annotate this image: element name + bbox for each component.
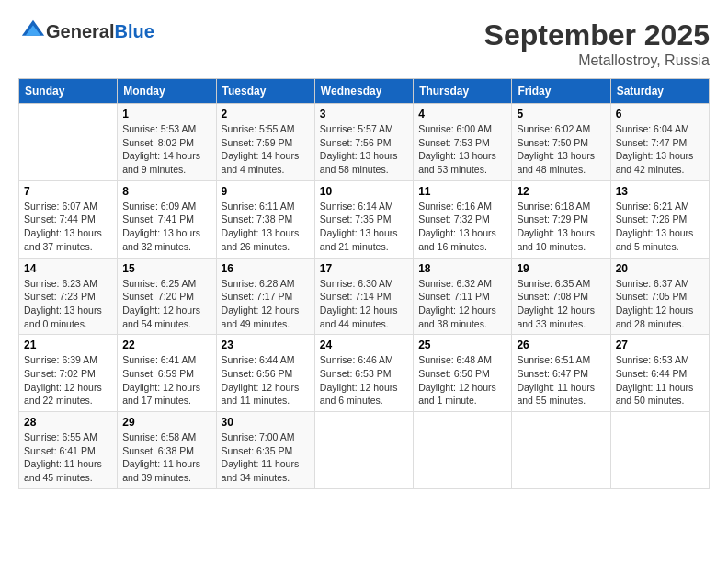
day-info: Sunrise: 5:57 AM Sunset: 7:56 PM Dayligh… bbox=[320, 122, 408, 177]
calendar-cell bbox=[314, 412, 413, 489]
column-header-thursday: Thursday bbox=[414, 79, 512, 104]
calendar-table: SundayMondayTuesdayWednesdayThursdayFrid… bbox=[18, 78, 710, 489]
day-number: 26 bbox=[517, 339, 605, 351]
day-info: Sunrise: 6:41 AM Sunset: 6:59 PM Dayligh… bbox=[122, 353, 210, 408]
day-info: Sunrise: 5:53 AM Sunset: 8:02 PM Dayligh… bbox=[122, 122, 210, 177]
column-header-friday: Friday bbox=[512, 79, 610, 104]
day-number: 25 bbox=[418, 339, 506, 351]
column-header-wednesday: Wednesday bbox=[314, 79, 413, 104]
calendar-week-row: 28Sunrise: 6:55 AM Sunset: 6:41 PM Dayli… bbox=[19, 412, 710, 489]
calendar-cell bbox=[610, 412, 709, 489]
calendar-cell: 19Sunrise: 6:35 AM Sunset: 7:08 PM Dayli… bbox=[512, 258, 610, 335]
calendar-cell: 6Sunrise: 6:04 AM Sunset: 7:47 PM Daylig… bbox=[610, 104, 709, 181]
calendar-cell: 12Sunrise: 6:18 AM Sunset: 7:29 PM Dayli… bbox=[512, 180, 610, 258]
calendar-cell: 9Sunrise: 6:11 AM Sunset: 7:38 PM Daylig… bbox=[216, 180, 314, 258]
day-info: Sunrise: 6:37 AM Sunset: 7:05 PM Dayligh… bbox=[616, 277, 704, 331]
day-info: Sunrise: 6:04 AM Sunset: 7:47 PM Dayligh… bbox=[616, 122, 704, 177]
day-info: Sunrise: 6:32 AM Sunset: 7:11 PM Dayligh… bbox=[418, 277, 506, 331]
title-block: September 2025 Metallostroy, Russia bbox=[484, 18, 710, 69]
calendar-week-row: 1Sunrise: 5:53 AM Sunset: 8:02 PM Daylig… bbox=[19, 104, 710, 181]
day-number: 12 bbox=[517, 185, 605, 198]
day-number: 13 bbox=[616, 185, 704, 198]
day-number: 21 bbox=[24, 339, 112, 351]
day-number: 14 bbox=[24, 262, 112, 275]
day-number: 7 bbox=[24, 185, 112, 198]
day-info: Sunrise: 6:55 AM Sunset: 6:41 PM Dayligh… bbox=[24, 431, 112, 485]
column-header-monday: Monday bbox=[118, 79, 216, 104]
day-info: Sunrise: 6:48 AM Sunset: 6:50 PM Dayligh… bbox=[418, 353, 506, 408]
day-number: 8 bbox=[122, 185, 210, 198]
calendar-cell: 22Sunrise: 6:41 AM Sunset: 6:59 PM Dayli… bbox=[118, 335, 216, 412]
logo-text: GeneralBlue bbox=[46, 21, 154, 42]
calendar-cell bbox=[19, 104, 118, 181]
column-header-sunday: Sunday bbox=[19, 79, 118, 104]
day-number: 27 bbox=[616, 339, 704, 351]
day-number: 15 bbox=[122, 262, 210, 275]
day-info: Sunrise: 6:51 AM Sunset: 6:47 PM Dayligh… bbox=[517, 353, 605, 408]
day-number: 17 bbox=[320, 262, 408, 275]
day-number: 11 bbox=[418, 185, 506, 198]
calendar-cell: 7Sunrise: 6:07 AM Sunset: 7:44 PM Daylig… bbox=[19, 180, 118, 258]
calendar-cell bbox=[512, 412, 610, 489]
day-number: 9 bbox=[222, 185, 310, 198]
day-info: Sunrise: 5:55 AM Sunset: 7:59 PM Dayligh… bbox=[222, 122, 310, 177]
day-number: 19 bbox=[517, 262, 605, 275]
day-info: Sunrise: 6:25 AM Sunset: 7:20 PM Dayligh… bbox=[122, 277, 210, 331]
day-info: Sunrise: 6:07 AM Sunset: 7:44 PM Dayligh… bbox=[24, 200, 112, 254]
calendar-week-row: 14Sunrise: 6:23 AM Sunset: 7:23 PM Dayli… bbox=[19, 258, 710, 335]
calendar-cell: 2Sunrise: 5:55 AM Sunset: 7:59 PM Daylig… bbox=[216, 104, 314, 181]
day-info: Sunrise: 6:18 AM Sunset: 7:29 PM Dayligh… bbox=[517, 200, 605, 254]
calendar-cell: 1Sunrise: 5:53 AM Sunset: 8:02 PM Daylig… bbox=[118, 104, 216, 181]
day-number: 23 bbox=[222, 339, 310, 351]
calendar-week-row: 21Sunrise: 6:39 AM Sunset: 7:02 PM Dayli… bbox=[19, 335, 710, 412]
calendar-cell: 13Sunrise: 6:21 AM Sunset: 7:26 PM Dayli… bbox=[610, 180, 709, 258]
calendar-cell: 4Sunrise: 6:00 AM Sunset: 7:53 PM Daylig… bbox=[414, 104, 512, 181]
day-number: 3 bbox=[320, 108, 408, 121]
calendar-cell: 30Sunrise: 7:00 AM Sunset: 6:35 PM Dayli… bbox=[216, 412, 314, 489]
day-number: 1 bbox=[122, 108, 210, 121]
calendar-cell: 11Sunrise: 6:16 AM Sunset: 7:32 PM Dayli… bbox=[414, 180, 512, 258]
calendar-cell: 24Sunrise: 6:46 AM Sunset: 6:53 PM Dayli… bbox=[314, 335, 413, 412]
calendar-cell: 16Sunrise: 6:28 AM Sunset: 7:17 PM Dayli… bbox=[216, 258, 314, 335]
calendar-cell bbox=[414, 412, 512, 489]
day-info: Sunrise: 6:11 AM Sunset: 7:38 PM Dayligh… bbox=[222, 200, 310, 254]
day-info: Sunrise: 6:39 AM Sunset: 7:02 PM Dayligh… bbox=[24, 353, 112, 408]
calendar-week-row: 7Sunrise: 6:07 AM Sunset: 7:44 PM Daylig… bbox=[19, 180, 710, 258]
day-info: Sunrise: 6:23 AM Sunset: 7:23 PM Dayligh… bbox=[24, 277, 112, 331]
day-info: Sunrise: 6:35 AM Sunset: 7:08 PM Dayligh… bbox=[517, 277, 605, 331]
calendar-cell: 26Sunrise: 6:51 AM Sunset: 6:47 PM Dayli… bbox=[512, 335, 610, 412]
calendar-cell: 3Sunrise: 5:57 AM Sunset: 7:56 PM Daylig… bbox=[314, 104, 413, 181]
day-number: 30 bbox=[222, 416, 310, 429]
day-info: Sunrise: 6:14 AM Sunset: 7:35 PM Dayligh… bbox=[320, 200, 408, 254]
calendar-cell: 25Sunrise: 6:48 AM Sunset: 6:50 PM Dayli… bbox=[414, 335, 512, 412]
calendar-cell: 23Sunrise: 6:44 AM Sunset: 6:56 PM Dayli… bbox=[216, 335, 314, 412]
logo-icon bbox=[20, 18, 46, 44]
day-number: 22 bbox=[122, 339, 210, 351]
calendar-cell: 20Sunrise: 6:37 AM Sunset: 7:05 PM Dayli… bbox=[610, 258, 709, 335]
day-number: 16 bbox=[222, 262, 310, 275]
day-number: 29 bbox=[122, 416, 210, 429]
day-info: Sunrise: 6:16 AM Sunset: 7:32 PM Dayligh… bbox=[418, 200, 506, 254]
calendar-cell: 18Sunrise: 6:32 AM Sunset: 7:11 PM Dayli… bbox=[414, 258, 512, 335]
column-header-saturday: Saturday bbox=[610, 79, 709, 104]
day-number: 28 bbox=[24, 416, 112, 429]
day-number: 10 bbox=[320, 185, 408, 198]
day-number: 20 bbox=[616, 262, 704, 275]
calendar-cell: 21Sunrise: 6:39 AM Sunset: 7:02 PM Dayli… bbox=[19, 335, 118, 412]
calendar-cell: 27Sunrise: 6:53 AM Sunset: 6:44 PM Dayli… bbox=[610, 335, 709, 412]
day-info: Sunrise: 6:02 AM Sunset: 7:50 PM Dayligh… bbox=[517, 122, 605, 177]
day-number: 24 bbox=[320, 339, 408, 351]
calendar-cell: 10Sunrise: 6:14 AM Sunset: 7:35 PM Dayli… bbox=[314, 180, 413, 258]
day-info: Sunrise: 6:30 AM Sunset: 7:14 PM Dayligh… bbox=[320, 277, 408, 331]
day-info: Sunrise: 6:44 AM Sunset: 6:56 PM Dayligh… bbox=[222, 353, 310, 408]
day-number: 2 bbox=[222, 108, 310, 121]
day-info: Sunrise: 7:00 AM Sunset: 6:35 PM Dayligh… bbox=[222, 431, 310, 485]
calendar-cell: 29Sunrise: 6:58 AM Sunset: 6:38 PM Dayli… bbox=[118, 412, 216, 489]
calendar-header-row: SundayMondayTuesdayWednesdayThursdayFrid… bbox=[19, 79, 710, 104]
page-header: GeneralBlue September 2025 Metallostroy,… bbox=[18, 18, 710, 69]
calendar-location: Metallostroy, Russia bbox=[484, 52, 710, 69]
calendar-cell: 15Sunrise: 6:25 AM Sunset: 7:20 PM Dayli… bbox=[118, 258, 216, 335]
day-info: Sunrise: 6:28 AM Sunset: 7:17 PM Dayligh… bbox=[222, 277, 310, 331]
day-info: Sunrise: 6:09 AM Sunset: 7:41 PM Dayligh… bbox=[122, 200, 210, 254]
calendar-title: September 2025 bbox=[484, 18, 710, 52]
